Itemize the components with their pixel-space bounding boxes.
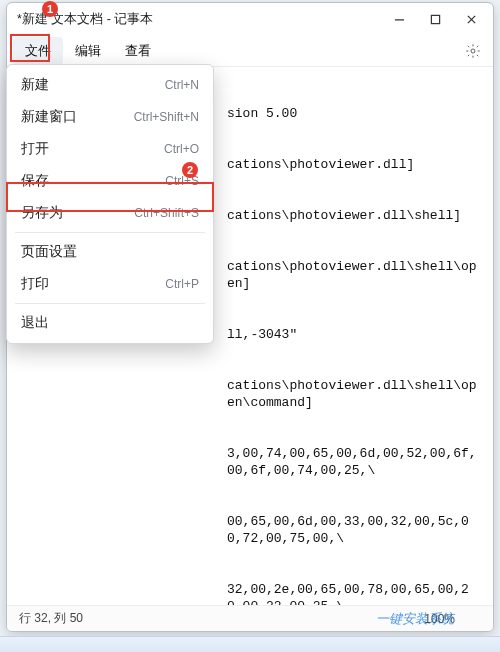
settings-button[interactable] xyxy=(459,37,487,65)
code-line: cations\photoviewer.dll] xyxy=(227,156,481,173)
menu-item-label: 退出 xyxy=(21,314,199,332)
window-title: *新建 文本文档 - 记事本 xyxy=(17,11,381,28)
menu-item-label: 打印 xyxy=(21,275,165,293)
svg-point-1 xyxy=(471,49,475,53)
menu-item-shortcut: Ctrl+N xyxy=(165,78,199,92)
menu-item-new[interactable]: 新建 Ctrl+N xyxy=(7,69,213,101)
menu-item-open[interactable]: 打开 Ctrl+O xyxy=(7,133,213,165)
menu-item-label: 新建窗口 xyxy=(21,108,134,126)
menu-item-shortcut: Ctrl+Shift+S xyxy=(134,206,199,220)
maximize-button[interactable] xyxy=(417,5,453,33)
menu-edit[interactable]: 编辑 xyxy=(63,37,113,65)
code-line: 3,00,74,00,65,00,6d,00,52,00,6f,00,6f,00… xyxy=(227,445,481,479)
taskbar[interactable] xyxy=(0,636,500,652)
caption-buttons xyxy=(381,5,489,33)
code-line: sion 5.00 xyxy=(227,105,481,122)
menu-item-print[interactable]: 打印 Ctrl+P xyxy=(7,268,213,300)
menubar: 文件 编辑 查看 xyxy=(7,35,493,67)
menu-item-shortcut: Ctrl+O xyxy=(164,142,199,156)
menu-item-new-window[interactable]: 新建窗口 Ctrl+Shift+N xyxy=(7,101,213,133)
menu-item-label: 另存为 xyxy=(21,204,134,222)
minimize-button[interactable] xyxy=(381,5,417,33)
menu-item-label: 打开 xyxy=(21,140,164,158)
code-line: cations\photoviewer.dll\shell\open\comma… xyxy=(227,377,481,411)
menu-item-label: 页面设置 xyxy=(21,243,199,261)
code-line: cations\photoviewer.dll\shell\open] xyxy=(227,258,481,292)
watermark-text: 一键安装系统 xyxy=(376,610,454,628)
menu-item-label: 新建 xyxy=(21,76,165,94)
file-menu-dropdown: 新建 Ctrl+N 新建窗口 Ctrl+Shift+N 打开 Ctrl+O 保存… xyxy=(6,64,214,344)
gear-icon xyxy=(465,43,481,59)
menu-item-exit[interactable]: 退出 xyxy=(7,307,213,339)
code-line: ll,-3043" xyxy=(227,326,481,343)
code-line: 00,65,00,6d,00,33,00,32,00,5c,00,72,00,7… xyxy=(227,513,481,547)
menu-file[interactable]: 文件 xyxy=(13,37,63,65)
menu-item-label: 保存 xyxy=(21,172,165,190)
code-line: cations\photoviewer.dll\shell] xyxy=(227,207,481,224)
menu-item-shortcut: Ctrl+Shift+N xyxy=(134,110,199,124)
annotation-2: 2 xyxy=(182,162,198,178)
menu-view[interactable]: 查看 xyxy=(113,37,163,65)
status-line-col: 行 32, 列 50 xyxy=(19,610,83,627)
menu-separator xyxy=(15,303,205,304)
close-button[interactable] xyxy=(453,5,489,33)
svg-rect-0 xyxy=(431,15,439,23)
menu-item-save-as[interactable]: 另存为 Ctrl+Shift+S xyxy=(7,197,213,229)
titlebar[interactable]: *新建 文本文档 - 记事本 xyxy=(7,3,493,35)
code-line: 32,00,2e,00,65,00,78,00,65,00,20,00,22,0… xyxy=(227,581,481,605)
menu-item-shortcut: Ctrl+P xyxy=(165,277,199,291)
menu-separator xyxy=(15,232,205,233)
annotation-1: 1 xyxy=(42,1,58,17)
menu-item-page-setup[interactable]: 页面设置 xyxy=(7,236,213,268)
